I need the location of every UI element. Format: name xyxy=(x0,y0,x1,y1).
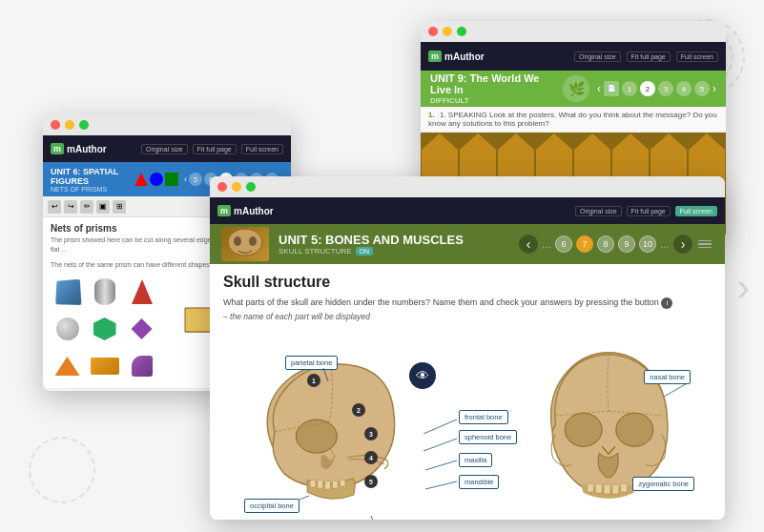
bees-app-header: m mAuthor Original size Fit full page Fu… xyxy=(421,42,726,71)
bee-icon: 🌿 xyxy=(563,75,589,102)
toolbar-btn-4[interactable]: ▣ xyxy=(96,200,110,214)
label-mandible: mandible xyxy=(459,475,499,489)
bees-difficulty: DIFFICULT xyxy=(430,96,555,105)
bones-minimize-dot[interactable] xyxy=(232,182,241,192)
label-parietal: parietal bone xyxy=(285,356,338,370)
bees-nav-next[interactable]: › xyxy=(712,82,716,95)
bees-titlebar xyxy=(421,21,726,42)
label-nasal: nasal bone xyxy=(644,370,691,384)
svg-point-24 xyxy=(616,413,653,446)
bones-maximize-dot[interactable] xyxy=(246,182,256,192)
question-text: 1. SPEAKING Look at the posters. What do… xyxy=(428,111,717,128)
bones-unit-sub: SKULL STRUCTURE xyxy=(279,247,352,256)
bees-full-screen-btn[interactable]: Full screen xyxy=(676,51,718,62)
bees-fit-page-btn[interactable]: Fit full page xyxy=(627,51,671,62)
bones-window: m mAuthor Original size Fit full page Fu… xyxy=(210,176,725,520)
bones-full-btn[interactable]: Full screen xyxy=(675,206,717,216)
spatial-nav-prev[interactable]: ‹ xyxy=(184,174,187,184)
maximize-dot[interactable] xyxy=(457,27,466,36)
small-shapes-grid xyxy=(51,275,146,382)
hamburger-menu[interactable] xyxy=(696,238,713,251)
toolbar-btn-5[interactable]: ⊞ xyxy=(113,200,126,214)
bones-nav-next[interactable]: › xyxy=(673,235,692,254)
bees-nav-1[interactable]: 1 xyxy=(622,81,637,96)
spatial-app-header: m mAuthor Original size Fit full page Fu… xyxy=(43,135,291,162)
bones-logo-m: m xyxy=(217,205,231,216)
toolbar-btn-1[interactable]: ↩ xyxy=(48,200,61,214)
spatial-minimize-dot[interactable] xyxy=(65,120,74,130)
info-icon[interactable]: i xyxy=(661,297,672,309)
bees-nav-5[interactable]: 5 xyxy=(694,81,710,96)
bones-close-dot[interactable] xyxy=(217,182,227,192)
spatial-unit-sub: NETS OF PRISMS xyxy=(51,186,129,193)
skull-structure-title: Skull structure xyxy=(223,274,712,291)
svg-point-4 xyxy=(234,236,241,246)
spatial-logo-author: mAuthor xyxy=(67,144,107,154)
bones-orig-btn[interactable]: Original size xyxy=(575,206,622,216)
spatial-shape-icons xyxy=(134,173,178,186)
bones-status-badge: ON xyxy=(356,247,374,256)
bones-nav-6[interactable]: 6 xyxy=(555,235,572,253)
label-occipital: occipital bone xyxy=(244,499,299,513)
bees-page-icon: 📄 xyxy=(604,81,619,96)
toolbar-btn-2[interactable]: ↪ xyxy=(64,200,77,214)
spatial-maximize-dot[interactable] xyxy=(79,120,89,130)
label-zygomatic: zygomatic bone xyxy=(632,477,694,491)
svg-line-14 xyxy=(423,419,457,434)
bees-unit-bar: UNIT 9: The World We Live In DIFFICULT 🌿… xyxy=(421,71,726,107)
bones-main-content: Skull structure What parts of the skull … xyxy=(210,264,725,520)
minimize-dot[interactable] xyxy=(443,27,452,36)
bones-titlebar xyxy=(210,176,725,197)
svg-rect-29 xyxy=(621,483,628,492)
spatial-orig-btn[interactable]: Original size xyxy=(141,144,188,154)
skull-number-5: 5 xyxy=(364,475,378,488)
bees-nav: ‹ 📄 1 2 3 4 5 › xyxy=(597,81,716,96)
shape-extra xyxy=(125,349,158,382)
svg-line-15 xyxy=(423,439,457,451)
skull-number-4: 4 xyxy=(364,451,378,464)
spatial-nav-5[interactable]: 5 xyxy=(189,173,202,186)
shape-hex xyxy=(88,312,121,345)
close-dot[interactable] xyxy=(428,27,438,36)
bones-app-header: m mAuthor Original size Fit full page Fu… xyxy=(210,197,725,224)
bones-nav-8[interactable]: 8 xyxy=(597,235,614,253)
svg-rect-25 xyxy=(588,483,594,492)
bones-unit-bar: UNIT 5: BONES AND MUSCLES SKULL STRUCTUR… xyxy=(210,224,725,264)
label-maxilla: maxilla xyxy=(459,453,492,467)
bones-nav-10[interactable]: 10 xyxy=(639,235,656,253)
skull-number-2: 2 xyxy=(352,403,365,417)
bees-nav-prev[interactable]: ‹ xyxy=(597,82,601,95)
bees-logo: m mAuthor xyxy=(428,51,485,62)
shape-sphere xyxy=(51,312,84,345)
spatial-full-btn[interactable]: Full screen xyxy=(241,144,283,154)
bees-original-size-btn[interactable]: Original size xyxy=(574,51,621,62)
bees-nav-3[interactable]: 3 xyxy=(658,81,673,96)
circle-icon xyxy=(150,173,163,186)
shape-cube xyxy=(51,275,84,308)
spatial-logo-m: m xyxy=(51,143,64,154)
bones-fit-btn[interactable]: Fit full page xyxy=(627,206,671,216)
bees-nav-4[interactable]: 4 xyxy=(676,81,692,96)
svg-line-16 xyxy=(425,460,457,470)
question-number: 1. xyxy=(428,111,435,119)
spatial-titlebar xyxy=(43,114,291,135)
label-sphenoid: sphenoid bone xyxy=(459,430,517,444)
bees-nav-2[interactable]: 2 xyxy=(640,81,655,96)
label-frontal: frontal bone xyxy=(459,410,508,424)
spatial-logo: m mAuthor xyxy=(51,143,107,154)
svg-rect-8 xyxy=(310,480,316,487)
spatial-close-dot[interactable] xyxy=(51,120,60,130)
logo-author-text: mAuthor xyxy=(444,51,485,62)
skull-sub-instruction: – the name of each part will be displaye… xyxy=(223,312,712,321)
skull-number-1: 1 xyxy=(307,374,320,387)
svg-point-23 xyxy=(565,413,602,446)
bones-nav-prev[interactable]: ‹ xyxy=(519,235,538,254)
toolbar-btn-3[interactable]: ✏ xyxy=(80,200,93,214)
bones-unit-title: UNIT 5: BONES AND MUSCLES xyxy=(279,233,509,247)
skull-diagram: 👁 xyxy=(223,329,712,520)
skull-left-svg xyxy=(242,348,419,520)
shape-cylinder xyxy=(88,275,121,308)
spatial-fit-btn[interactable]: Fit full page xyxy=(193,144,237,154)
bones-nav-7[interactable]: 7 xyxy=(576,235,593,253)
bones-nav-9[interactable]: 9 xyxy=(618,235,635,253)
